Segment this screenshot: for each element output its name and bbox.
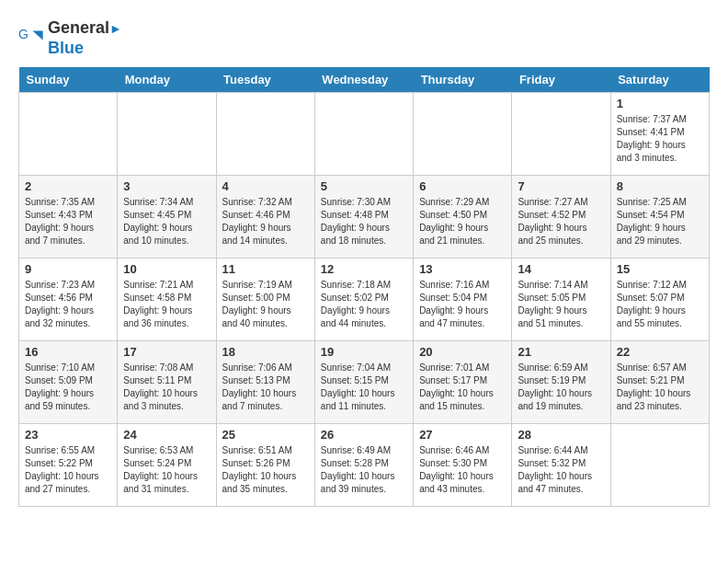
calendar-cell: 22Sunrise: 6:57 AM Sunset: 5:21 PM Dayli… xyxy=(610,341,709,424)
day-info: Sunrise: 6:55 AM Sunset: 5:22 PM Dayligh… xyxy=(25,444,111,496)
calendar-cell: 14Sunrise: 7:14 AM Sunset: 5:05 PM Dayli… xyxy=(512,259,610,341)
day-info: Sunrise: 7:16 AM Sunset: 5:04 PM Dayligh… xyxy=(419,279,506,330)
calendar-cell xyxy=(610,424,709,507)
col-header-sunday: Sunday xyxy=(19,67,118,93)
col-header-friday: Friday xyxy=(512,67,610,93)
calendar-cell: 20Sunrise: 7:01 AM Sunset: 5:17 PM Dayli… xyxy=(414,341,512,424)
calendar-cell: 12Sunrise: 7:18 AM Sunset: 5:02 PM Dayli… xyxy=(314,259,413,341)
calendar-cell: 6Sunrise: 7:29 AM Sunset: 4:50 PM Daylig… xyxy=(414,176,512,259)
day-number: 28 xyxy=(518,428,604,442)
day-info: Sunrise: 7:29 AM Sunset: 4:50 PM Dayligh… xyxy=(419,196,506,247)
calendar-cell: 24Sunrise: 6:53 AM Sunset: 5:24 PM Dayli… xyxy=(118,424,216,507)
day-number: 10 xyxy=(123,262,210,276)
day-info: Sunrise: 7:06 AM Sunset: 5:13 PM Dayligh… xyxy=(222,362,309,413)
day-info: Sunrise: 7:35 AM Sunset: 4:43 PM Dayligh… xyxy=(25,196,111,247)
day-number: 15 xyxy=(617,262,703,276)
calendar-cell xyxy=(314,93,413,176)
day-info: Sunrise: 7:10 AM Sunset: 5:09 PM Dayligh… xyxy=(25,362,111,413)
day-info: Sunrise: 6:59 AM Sunset: 5:19 PM Dayligh… xyxy=(518,362,604,413)
day-number: 22 xyxy=(617,345,703,359)
day-number: 4 xyxy=(222,179,309,193)
calendar-cell: 15Sunrise: 7:12 AM Sunset: 5:07 PM Dayli… xyxy=(610,259,709,341)
day-info: Sunrise: 7:18 AM Sunset: 5:02 PM Dayligh… xyxy=(321,279,407,330)
day-number: 26 xyxy=(321,428,407,442)
svg-text:G: G xyxy=(18,27,28,41)
day-info: Sunrise: 6:44 AM Sunset: 5:32 PM Dayligh… xyxy=(518,444,604,496)
calendar-cell xyxy=(414,93,512,176)
logo: G General► Blue xyxy=(18,18,122,58)
calendar-cell: 23Sunrise: 6:55 AM Sunset: 5:22 PM Dayli… xyxy=(19,424,118,507)
calendar-week-4: 16Sunrise: 7:10 AM Sunset: 5:09 PM Dayli… xyxy=(19,341,710,424)
calendar-cell: 3Sunrise: 7:34 AM Sunset: 4:45 PM Daylig… xyxy=(118,176,216,259)
svg-marker-1 xyxy=(32,30,42,40)
day-number: 3 xyxy=(123,179,210,193)
logo-icon: G xyxy=(18,26,44,52)
day-info: Sunrise: 6:57 AM Sunset: 5:21 PM Dayligh… xyxy=(617,362,703,413)
calendar-cell: 1Sunrise: 7:37 AM Sunset: 4:41 PM Daylig… xyxy=(610,93,709,176)
calendar-cell: 13Sunrise: 7:16 AM Sunset: 5:04 PM Dayli… xyxy=(414,259,512,341)
calendar-cell: 10Sunrise: 7:21 AM Sunset: 4:58 PM Dayli… xyxy=(118,259,216,341)
calendar-cell: 19Sunrise: 7:04 AM Sunset: 5:15 PM Dayli… xyxy=(314,341,413,424)
day-number: 11 xyxy=(222,262,309,276)
day-number: 12 xyxy=(321,262,407,276)
day-info: Sunrise: 6:53 AM Sunset: 5:24 PM Dayligh… xyxy=(123,444,210,496)
day-number: 9 xyxy=(25,262,111,276)
day-info: Sunrise: 7:32 AM Sunset: 4:46 PM Dayligh… xyxy=(222,196,309,247)
calendar-week-2: 2Sunrise: 7:35 AM Sunset: 4:43 PM Daylig… xyxy=(19,176,710,259)
day-info: Sunrise: 7:30 AM Sunset: 4:48 PM Dayligh… xyxy=(321,196,407,247)
day-info: Sunrise: 6:51 AM Sunset: 5:26 PM Dayligh… xyxy=(222,444,309,496)
col-header-thursday: Thursday xyxy=(414,67,512,93)
calendar-cell: 25Sunrise: 6:51 AM Sunset: 5:26 PM Dayli… xyxy=(216,424,314,507)
day-info: Sunrise: 7:08 AM Sunset: 5:11 PM Dayligh… xyxy=(123,362,210,413)
col-header-wednesday: Wednesday xyxy=(314,67,413,93)
col-header-tuesday: Tuesday xyxy=(216,67,314,93)
day-number: 5 xyxy=(321,179,407,193)
day-number: 2 xyxy=(25,179,111,193)
calendar-cell xyxy=(118,93,216,176)
day-number: 16 xyxy=(25,345,111,359)
day-info: Sunrise: 7:04 AM Sunset: 5:15 PM Dayligh… xyxy=(321,362,407,413)
day-number: 21 xyxy=(518,345,604,359)
day-number: 6 xyxy=(419,179,506,193)
calendar-cell xyxy=(19,93,118,176)
page-header: G General► Blue xyxy=(18,18,710,58)
day-info: Sunrise: 6:49 AM Sunset: 5:28 PM Dayligh… xyxy=(321,444,407,496)
calendar-cell: 2Sunrise: 7:35 AM Sunset: 4:43 PM Daylig… xyxy=(19,176,118,259)
day-number: 13 xyxy=(419,262,506,276)
calendar-week-3: 9Sunrise: 7:23 AM Sunset: 4:56 PM Daylig… xyxy=(19,259,710,341)
day-info: Sunrise: 7:12 AM Sunset: 5:07 PM Dayligh… xyxy=(617,279,703,330)
day-number: 1 xyxy=(617,97,703,110)
calendar-cell: 17Sunrise: 7:08 AM Sunset: 5:11 PM Dayli… xyxy=(118,341,216,424)
calendar-table: SundayMondayTuesdayWednesdayThursdayFrid… xyxy=(18,67,710,507)
day-info: Sunrise: 7:23 AM Sunset: 4:56 PM Dayligh… xyxy=(25,279,111,330)
calendar-cell: 27Sunrise: 6:46 AM Sunset: 5:30 PM Dayli… xyxy=(414,424,512,507)
day-number: 17 xyxy=(123,345,210,359)
calendar-cell: 7Sunrise: 7:27 AM Sunset: 4:52 PM Daylig… xyxy=(512,176,610,259)
calendar-week-5: 23Sunrise: 6:55 AM Sunset: 5:22 PM Dayli… xyxy=(19,424,710,507)
calendar-cell xyxy=(216,93,314,176)
calendar-cell: 18Sunrise: 7:06 AM Sunset: 5:13 PM Dayli… xyxy=(216,341,314,424)
day-number: 14 xyxy=(518,262,604,276)
day-number: 7 xyxy=(518,179,604,193)
day-number: 25 xyxy=(222,428,309,442)
day-number: 19 xyxy=(321,345,407,359)
day-info: Sunrise: 7:01 AM Sunset: 5:17 PM Dayligh… xyxy=(419,362,506,413)
day-number: 18 xyxy=(222,345,309,359)
day-number: 27 xyxy=(419,428,506,442)
calendar-cell: 16Sunrise: 7:10 AM Sunset: 5:09 PM Dayli… xyxy=(19,341,118,424)
day-info: Sunrise: 7:19 AM Sunset: 5:00 PM Dayligh… xyxy=(222,279,309,330)
day-number: 23 xyxy=(25,428,111,442)
day-info: Sunrise: 7:34 AM Sunset: 4:45 PM Dayligh… xyxy=(123,196,210,247)
day-info: Sunrise: 7:27 AM Sunset: 4:52 PM Dayligh… xyxy=(518,196,604,247)
day-number: 20 xyxy=(419,345,506,359)
day-number: 24 xyxy=(123,428,210,442)
calendar-cell: 28Sunrise: 6:44 AM Sunset: 5:32 PM Dayli… xyxy=(512,424,610,507)
calendar-cell: 8Sunrise: 7:25 AM Sunset: 4:54 PM Daylig… xyxy=(610,176,709,259)
calendar-cell: 9Sunrise: 7:23 AM Sunset: 4:56 PM Daylig… xyxy=(19,259,118,341)
calendar-cell: 21Sunrise: 6:59 AM Sunset: 5:19 PM Dayli… xyxy=(512,341,610,424)
day-info: Sunrise: 7:14 AM Sunset: 5:05 PM Dayligh… xyxy=(518,279,604,330)
calendar-cell xyxy=(512,93,610,176)
calendar-cell: 4Sunrise: 7:32 AM Sunset: 4:46 PM Daylig… xyxy=(216,176,314,259)
logo-text: General► Blue xyxy=(48,18,122,58)
day-info: Sunrise: 7:25 AM Sunset: 4:54 PM Dayligh… xyxy=(617,196,703,247)
